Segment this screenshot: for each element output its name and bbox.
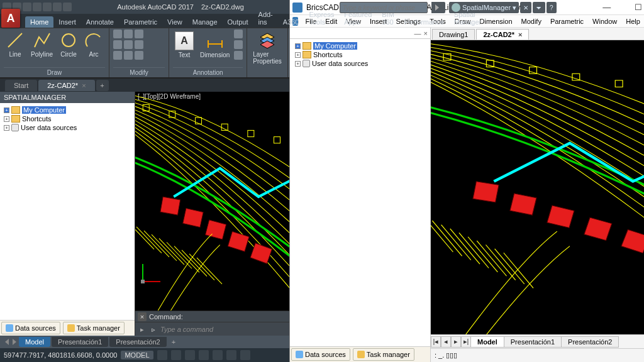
- doc-tab-drawing1[interactable]: Drawing1: [432, 29, 475, 40]
- layout-first-icon[interactable]: |◂: [431, 336, 441, 348]
- panel-minimize-icon[interactable]: —: [414, 30, 421, 37]
- tab-task-manager[interactable]: Task manager: [63, 322, 125, 334]
- fillet-icon[interactable]: [135, 40, 143, 49]
- autocad-app-logo[interactable]: A: [1, 9, 20, 28]
- ribbon-tab-home[interactable]: Home: [25, 16, 53, 28]
- exchange-apps-icon[interactable]: ✕: [520, 2, 531, 13]
- ribbon-tab-express-tools[interactable]: Express Tools: [304, 9, 340, 28]
- osnap-icon[interactable]: [213, 350, 223, 360]
- grid-icon[interactable]: [157, 350, 167, 360]
- layout-next-icon[interactable]: [13, 339, 16, 345]
- expand-icon[interactable]: +: [295, 43, 301, 49]
- ribbon-tab-view[interactable]: View: [162, 16, 187, 28]
- dimension-button[interactable]: Dimension: [198, 30, 231, 60]
- tree-item-my-computer[interactable]: +My Computer: [3, 106, 132, 114]
- layout-tab-1[interactable]: Presentación1: [504, 336, 562, 348]
- tree-item-my-computer[interactable]: +My Computer: [294, 41, 426, 50]
- qat-redo-icon[interactable]: [63, 3, 72, 11]
- layout-tab-model[interactable]: Model: [19, 337, 50, 347]
- menu-modify[interactable]: Modify: [518, 16, 545, 26]
- tree-item-user-data-sources[interactable]: +User data sources: [3, 123, 132, 132]
- layout-tab-model[interactable]: Model: [470, 336, 504, 348]
- doc-tab-current[interactable]: 2z-CAD2*×: [38, 80, 94, 91]
- signin-button[interactable]: SpatialManager▾: [449, 2, 519, 13]
- stretch-icon[interactable]: [113, 51, 122, 60]
- snap-icon[interactable]: [171, 350, 181, 360]
- ribbon-tab-performance[interactable]: Performance: [399, 16, 449, 28]
- tree-item-shortcuts[interactable]: +Shortcuts: [3, 114, 132, 123]
- model-viewport[interactable]: [431, 40, 644, 334]
- qat-save-icon[interactable]: [23, 3, 31, 11]
- status-model-badge[interactable]: MODEL: [121, 351, 153, 359]
- rotate-icon[interactable]: [124, 30, 133, 38]
- expand-icon[interactable]: +: [4, 125, 9, 131]
- search-box[interactable]: [340, 2, 428, 13]
- status-coordinates[interactable]: 597477.7917, 4801816.6608, 0.0000: [4, 351, 117, 359]
- close-commandline-icon[interactable]: ×: [138, 312, 147, 321]
- array-icon[interactable]: [135, 51, 143, 60]
- help-icon[interactable]: ?: [547, 2, 557, 13]
- arc-button[interactable]: Arc: [82, 30, 105, 59]
- model-viewport[interactable]: [–][Top][2D Wireframe]: [135, 92, 289, 310]
- search-input[interactable]: [343, 4, 425, 11]
- expand-icon[interactable]: +: [4, 116, 9, 122]
- tab-task-manager[interactable]: Task manager: [353, 348, 414, 361]
- tab-data-sources[interactable]: Data sources: [291, 348, 350, 361]
- layout-next-icon[interactable]: ▸: [451, 336, 461, 348]
- qat-undo-icon[interactable]: [53, 3, 62, 11]
- text-button[interactable]: A Text: [173, 30, 196, 60]
- trim-icon[interactable]: [135, 30, 143, 38]
- polar-icon[interactable]: [199, 350, 209, 360]
- ribbon-tab-a360[interactable]: A360: [278, 16, 304, 28]
- add-layout-button[interactable]: +: [168, 338, 179, 346]
- line-button[interactable]: Line: [4, 30, 26, 59]
- mirror-icon[interactable]: [124, 40, 133, 49]
- leader-icon[interactable]: [234, 40, 243, 49]
- panel-close-icon[interactable]: ×: [424, 30, 428, 37]
- new-tab-button[interactable]: +: [96, 80, 109, 91]
- stay-connected-icon[interactable]: ⏷: [533, 2, 545, 13]
- ribbon-tab-parametric[interactable]: Parametric: [119, 16, 162, 28]
- command-input[interactable]: Type a command: [160, 326, 213, 333]
- layout-prev-icon[interactable]: ◂: [441, 336, 451, 348]
- layer-properties-button[interactable]: Layer Properties: [251, 30, 284, 66]
- qat-saveas-icon[interactable]: [33, 3, 42, 11]
- transparency-icon[interactable]: [240, 350, 250, 360]
- hatch-icon[interactable]: [234, 51, 243, 60]
- search-go-button[interactable]: [431, 2, 445, 13]
- close-icon[interactable]: ×: [518, 31, 522, 38]
- close-icon[interactable]: ×: [82, 82, 86, 89]
- data-source-tree[interactable]: +My Computer+Shortcuts+User data sources: [290, 39, 430, 346]
- layout-tab-2[interactable]: Presentación2: [109, 337, 166, 347]
- scale-icon[interactable]: [124, 51, 133, 60]
- command-history-icon[interactable]: ▸: [138, 325, 147, 334]
- ortho-icon[interactable]: [185, 350, 195, 360]
- circle-button[interactable]: Circle: [57, 30, 80, 59]
- expand-icon[interactable]: +: [4, 107, 9, 113]
- doc-tab-current[interactable]: 2z-CAD2*×: [476, 29, 529, 40]
- ribbon-tab-annotate[interactable]: Annotate: [81, 16, 119, 28]
- tree-item-shortcuts[interactable]: +Shortcuts: [294, 50, 426, 59]
- maximize-button[interactable]: ☐: [625, 1, 644, 14]
- doc-tab-start[interactable]: Start: [5, 80, 37, 91]
- polyline-button[interactable]: Polyline: [29, 30, 55, 59]
- menu-window[interactable]: Window: [589, 16, 621, 26]
- expand-icon[interactable]: +: [295, 61, 301, 67]
- copy-icon[interactable]: [113, 40, 122, 49]
- ribbon-tab-add-ins[interactable]: Add-ins: [253, 9, 278, 28]
- move-icon[interactable]: [113, 30, 122, 38]
- minimize-button[interactable]: —: [593, 1, 621, 14]
- tree-item-user-data-sources[interactable]: +User data sources: [294, 59, 426, 68]
- lineweight-icon[interactable]: [226, 350, 236, 360]
- layout-tab-1[interactable]: Presentación1: [52, 337, 108, 347]
- table-icon[interactable]: [234, 30, 243, 38]
- ribbon-tab-output[interactable]: Output: [223, 16, 253, 28]
- expand-icon[interactable]: +: [295, 52, 301, 58]
- data-source-tree[interactable]: +My Computer+Shortcuts+User data sources: [0, 103, 135, 320]
- layout-prev-icon[interactable]: [5, 339, 9, 345]
- layout-tab-2[interactable]: Presentación2: [561, 336, 619, 348]
- command-line[interactable]: : _. ▯▯▯: [431, 348, 644, 362]
- layout-last-icon[interactable]: ▸|: [461, 336, 471, 348]
- menu-help[interactable]: Help: [622, 16, 644, 26]
- ribbon-tab-manage[interactable]: Manage: [187, 16, 223, 28]
